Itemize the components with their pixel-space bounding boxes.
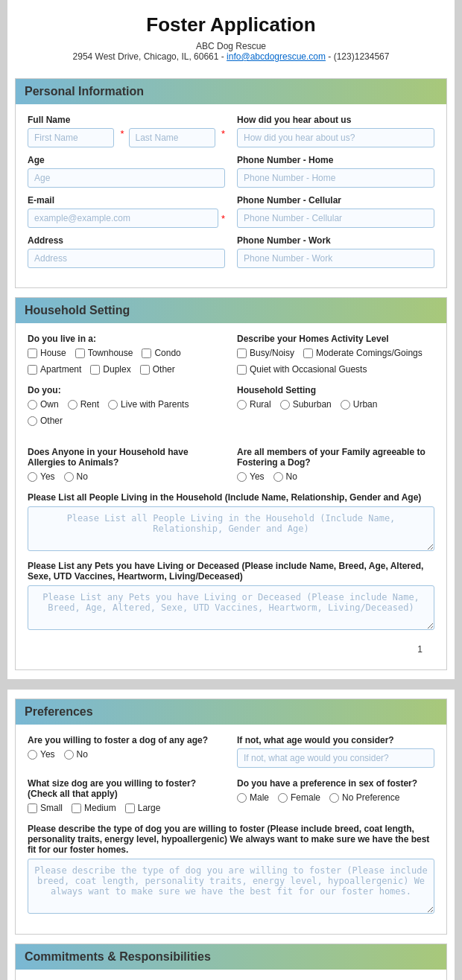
- setting-suburban[interactable]: Suburban: [280, 399, 332, 410]
- live-condo[interactable]: Condo: [142, 348, 180, 358]
- phone-cell-input[interactable]: [237, 209, 434, 228]
- email-required: *: [221, 213, 225, 224]
- phone-cell-label: Phone Number - Cellular: [237, 195, 434, 206]
- activity-label: Describe your Homes Activity Level: [237, 334, 434, 344]
- page-title: Foster Application: [15, 13, 447, 36]
- any-age-label: Are you willing to foster a dog of any a…: [28, 735, 225, 745]
- activity-options: Busy/Noisy Moderate Comings/Goings Quiet…: [237, 348, 434, 375]
- people-list-textarea[interactable]: [28, 506, 434, 551]
- pets-list-textarea[interactable]: [28, 585, 434, 630]
- commitments-section: Commitments & Responsibilities Are you w…: [15, 944, 447, 980]
- page-break: [7, 679, 455, 690]
- any-age-yes[interactable]: Yes: [28, 749, 55, 760]
- address-label: Address: [28, 235, 225, 246]
- what-age-input[interactable]: [237, 748, 434, 768]
- live-house[interactable]: House: [28, 348, 66, 358]
- page-number: 1: [28, 640, 434, 659]
- phone-home-input[interactable]: [237, 168, 434, 188]
- allergies-options: Yes No: [28, 471, 225, 482]
- do-live-parents[interactable]: Live with Parents: [108, 399, 189, 410]
- how-hear-label: How did you hear about us: [237, 115, 434, 125]
- live-duplex[interactable]: Duplex: [90, 364, 130, 375]
- live-other[interactable]: Other: [140, 364, 175, 375]
- org-email-link[interactable]: info@abcdogrescue.com: [227, 51, 326, 62]
- full-name-row: * *: [28, 128, 225, 147]
- personal-information-section: Personal Information Full Name * * Age: [15, 78, 447, 288]
- live-apartment[interactable]: Apartment: [28, 364, 81, 375]
- allergies-no[interactable]: No: [64, 471, 88, 482]
- first-name-input[interactable]: [28, 128, 114, 147]
- phone-home-label: Phone Number - Home: [237, 155, 434, 165]
- household-section-header: Household Setting: [16, 298, 446, 323]
- email-label: E-mail: [28, 195, 225, 206]
- do-rent[interactable]: Rent: [68, 399, 99, 410]
- family-options: Yes No: [237, 471, 434, 482]
- live-in-options: House Townhouse Condo Apartment Duplex O…: [28, 348, 225, 375]
- do-you-options: Own Rent Live with Parents Other: [28, 399, 225, 426]
- sex-no-pref[interactable]: No Preference: [329, 792, 399, 803]
- activity-busy[interactable]: Busy/Noisy: [237, 348, 294, 358]
- size-label: What size dog are you willing to foster?…: [28, 778, 225, 799]
- household-section: Household Setting Do you live in a: Hous…: [15, 297, 447, 670]
- last-name-required: *: [221, 128, 225, 147]
- live-in-label: Do you live in a:: [28, 334, 225, 344]
- org-address-text: 2954 West Drive, Chicago, IL, 60661: [73, 51, 219, 62]
- first-name-required: *: [120, 128, 124, 147]
- allergies-yes[interactable]: Yes: [28, 471, 55, 482]
- org-address: 2954 West Drive, Chicago, IL, 60661 - in…: [15, 51, 447, 62]
- size-large[interactable]: Large: [125, 803, 161, 813]
- preferences-section: Preferences Are you willing to foster a …: [15, 699, 447, 935]
- last-name-input[interactable]: [129, 128, 215, 147]
- any-age-options: Yes No: [28, 749, 225, 760]
- sex-female[interactable]: Female: [278, 792, 320, 803]
- describe-dog-label: Please describe the type of dog you are …: [28, 824, 434, 855]
- org-phone: (123)1234567: [334, 51, 390, 62]
- size-small[interactable]: Small: [28, 803, 63, 813]
- activity-quiet[interactable]: Quiet with Occasional Guests: [237, 364, 367, 375]
- age-label: Age: [28, 155, 225, 165]
- describe-dog-textarea[interactable]: [28, 859, 434, 914]
- people-list-label: Please List all People Living in the Hou…: [28, 492, 434, 503]
- what-age-label: If not, what age would you consider?: [237, 735, 434, 745]
- personal-section-header: Personal Information: [16, 79, 446, 104]
- family-no[interactable]: No: [273, 471, 297, 482]
- any-age-no[interactable]: No: [64, 749, 88, 760]
- preferences-section-header: Preferences: [16, 699, 446, 725]
- sex-pref-label: Do you have a preference in sex of foste…: [237, 778, 434, 789]
- sex-options: Male Female No Preference: [237, 792, 434, 803]
- phone-work-label: Phone Number - Work: [237, 235, 434, 246]
- do-you-label: Do you:: [28, 385, 225, 395]
- family-agreeable-label: Are all members of your Family agreeable…: [237, 447, 434, 468]
- pets-list-label: Please List any Pets you have Living or …: [28, 561, 434, 582]
- org-name: ABC Dog Rescue: [15, 41, 447, 51]
- address-input[interactable]: [28, 249, 225, 268]
- size-options: Small Medium Large: [28, 803, 225, 813]
- size-medium[interactable]: Medium: [72, 803, 116, 813]
- do-other[interactable]: Other: [28, 416, 63, 426]
- allergies-label: Does Anyone in your Household have Aller…: [28, 447, 225, 468]
- page-header: Foster Application ABC Dog Rescue 2954 W…: [7, 0, 455, 69]
- setting-urban[interactable]: Urban: [341, 399, 378, 410]
- family-yes[interactable]: Yes: [237, 471, 265, 482]
- email-input[interactable]: [28, 209, 218, 228]
- age-input[interactable]: [28, 168, 225, 188]
- activity-moderate[interactable]: Moderate Comings/Goings: [303, 348, 423, 358]
- phone-work-input[interactable]: [237, 249, 434, 268]
- setting-options: Rural Suburban Urban: [237, 399, 434, 410]
- live-townhouse[interactable]: Townhouse: [75, 348, 133, 358]
- commitments-section-header: Commitments & Responsibilities: [16, 944, 446, 970]
- full-name-label: Full Name: [28, 115, 225, 125]
- how-hear-input[interactable]: [237, 128, 434, 147]
- sex-male[interactable]: Male: [237, 792, 269, 803]
- setting-rural[interactable]: Rural: [237, 399, 271, 410]
- do-own[interactable]: Own: [28, 399, 59, 410]
- setting-label: Household Setting: [237, 385, 434, 395]
